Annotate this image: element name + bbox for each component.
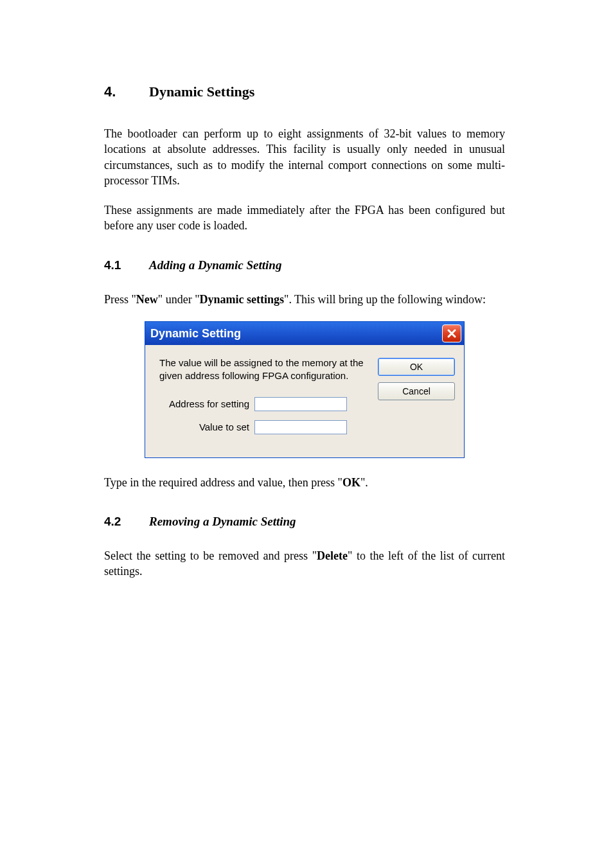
bold-dynamic-settings: Dynamic settings (200, 293, 285, 306)
value-label: Value to set (159, 421, 254, 432)
text-fragment: " under " (158, 293, 200, 306)
bold-ok: OK (342, 476, 360, 489)
heading-number: 4.2 (104, 515, 149, 529)
paragraph-press-new: Press "New" under "Dynamic settings". Th… (104, 292, 505, 307)
address-field-row: Address for setting (159, 397, 368, 411)
address-label: Address for setting (159, 398, 254, 409)
value-input[interactable] (254, 420, 347, 434)
heading-title: Dynamic Settings (149, 84, 254, 100)
bold-delete: Delete (317, 549, 348, 562)
heading-title: Removing a Dynamic Setting (149, 515, 296, 529)
heading-section-4: 4. Dynamic Settings (104, 84, 505, 100)
paragraph-intro-1: The bootloader can perform up to eight a… (104, 126, 505, 188)
dialog-right-column: OK Cancel (378, 357, 455, 443)
text-fragment: ". This will bring up the following wind… (284, 293, 486, 306)
address-input[interactable] (254, 397, 347, 411)
dialog-title: Dynamic Setting (150, 327, 241, 341)
text-fragment: Press " (104, 293, 136, 306)
dynamic-setting-dialog: Dynamic Setting The value will be assign… (145, 321, 465, 458)
dialog-titlebar[interactable]: Dynamic Setting (145, 322, 464, 345)
ok-button-label: OK (410, 362, 423, 372)
dialog-wrapper: Dynamic Setting The value will be assign… (104, 321, 505, 458)
dialog-left-column: The value will be assigned to the memory… (159, 357, 368, 443)
text-fragment: Select the setting to be removed and pre… (104, 549, 317, 562)
paragraph-press-ok: Type in the required address and value, … (104, 475, 505, 490)
close-button[interactable] (442, 324, 461, 342)
text-fragment: ". (360, 476, 368, 489)
heading-section-4-1: 4.1 Adding a Dynamic Setting (104, 258, 505, 272)
value-field-row: Value to set (159, 420, 368, 434)
heading-section-4-2: 4.2 Removing a Dynamic Setting (104, 515, 505, 529)
dialog-description: The value will be assigned to the memory… (159, 357, 368, 383)
paragraph-intro-2: These assignments are made immediately a… (104, 202, 505, 234)
close-icon (447, 328, 457, 339)
bold-new: New (136, 293, 158, 306)
cancel-button[interactable]: Cancel (378, 382, 455, 400)
heading-title: Adding a Dynamic Setting (149, 258, 281, 272)
heading-number: 4.1 (104, 258, 149, 272)
text-fragment: Type in the required address and value, … (104, 476, 342, 489)
document-page: 4. Dynamic Settings The bootloader can p… (0, 0, 613, 868)
paragraph-delete: Select the setting to be removed and pre… (104, 548, 505, 580)
heading-number: 4. (104, 84, 149, 100)
dialog-body: The value will be assigned to the memory… (145, 345, 464, 457)
ok-button[interactable]: OK (378, 358, 455, 376)
cancel-button-label: Cancel (402, 386, 431, 396)
